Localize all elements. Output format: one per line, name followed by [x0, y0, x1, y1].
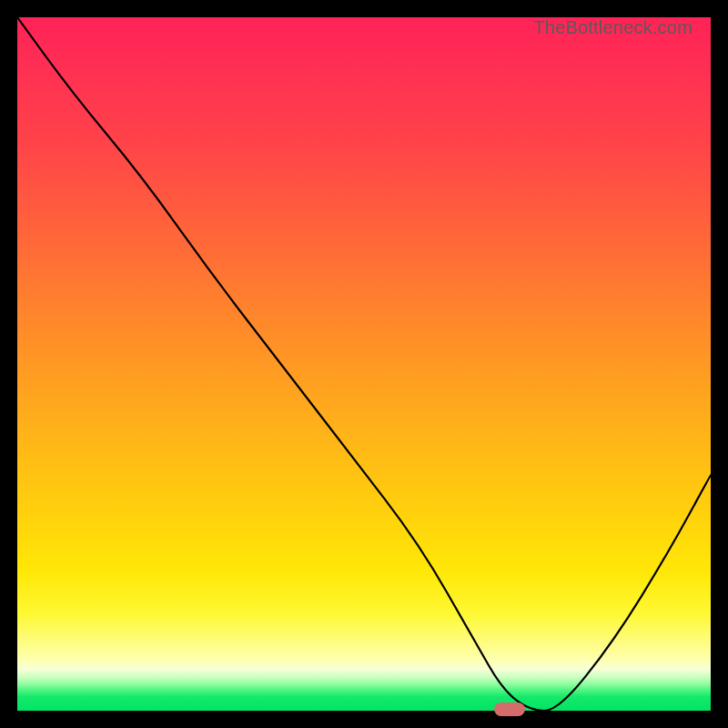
watermark-text: TheBottleneck.com: [533, 17, 693, 38]
plot-area: TheBottleneck.com: [17, 17, 711, 711]
bottleneck-curve: [17, 17, 711, 711]
chart-frame: TheBottleneck.com: [0, 0, 728, 728]
optimal-marker: [494, 703, 525, 716]
